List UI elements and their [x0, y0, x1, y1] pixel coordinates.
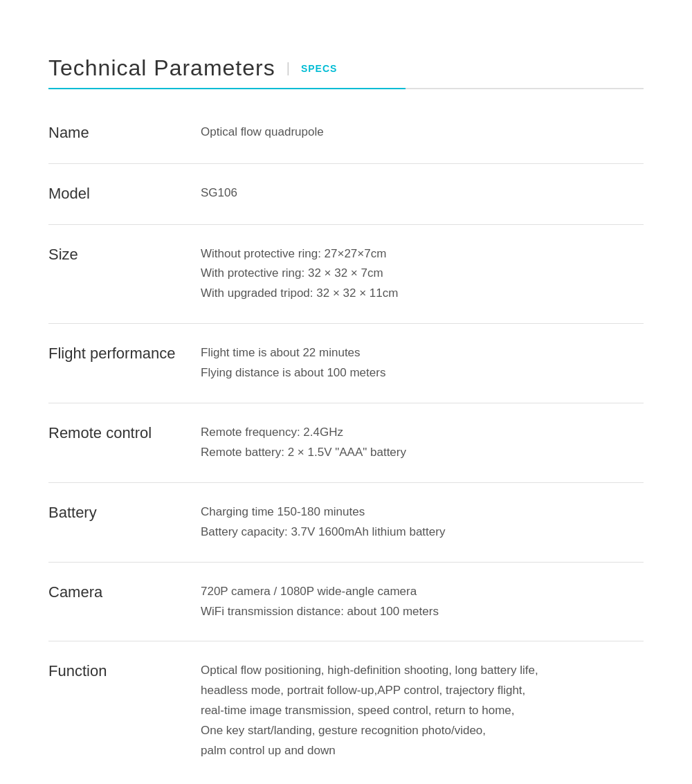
spec-row: Camera720P camera / 1080P wide-angle cam…	[48, 563, 644, 642]
spec-label-7: Function	[48, 661, 201, 682]
spec-label-4: Remote control	[48, 423, 201, 444]
spec-row: ModelSG106	[48, 164, 644, 225]
spec-label-5: Battery	[48, 502, 201, 524]
spec-label-0: Name	[48, 122, 201, 144]
spec-row: Flight performanceFlight time is about 2…	[48, 324, 644, 403]
spec-label-2: Size	[48, 244, 201, 266]
header-title-row: Technical Parameters | SPECS	[48, 55, 644, 81]
spec-value-7: Optical flow positioning, high-definitio…	[201, 661, 644, 760]
spec-row: BatteryCharging time 150-180 minutesBatt…	[48, 483, 644, 563]
spec-value-3: Flight time is about 22 minutesFlying di…	[201, 343, 644, 383]
spec-value-5: Charging time 150-180 minutesBattery cap…	[201, 502, 644, 543]
spec-value-0: Optical flow quadrupole	[201, 122, 644, 143]
spec-label-6: Camera	[48, 582, 201, 603]
spec-value-2: Without protective ring: 27×27×7cmWith p…	[201, 244, 644, 304]
header-section: Technical Parameters | SPECS	[48, 55, 644, 89]
spec-row: Remote controlRemote frequency: 2.4GHzRe…	[48, 403, 644, 483]
spec-value-6: 720P camera / 1080P wide-angle cameraWiF…	[201, 582, 644, 622]
spec-label-1: Model	[48, 183, 201, 205]
spec-label-3: Flight performance	[48, 343, 201, 365]
page-container: Technical Parameters | SPECS NameOptical…	[0, 0, 692, 784]
page-title: Technical Parameters	[48, 55, 275, 81]
specs-label: SPECS	[301, 63, 337, 74]
spec-value-4: Remote frequency: 2.4GHzRemote battery: …	[201, 423, 644, 463]
header-line	[48, 88, 644, 89]
header-divider: |	[286, 60, 290, 76]
spec-row: SizeWithout protective ring: 27×27×7cmWi…	[48, 225, 644, 325]
spec-row: FunctionOptical flow positioning, high-d…	[48, 641, 644, 780]
spec-row: NameOptical flow quadrupole	[48, 103, 644, 164]
specs-table: NameOptical flow quadrupoleModelSG106Siz…	[48, 103, 644, 781]
spec-value-1: SG106	[201, 183, 644, 203]
